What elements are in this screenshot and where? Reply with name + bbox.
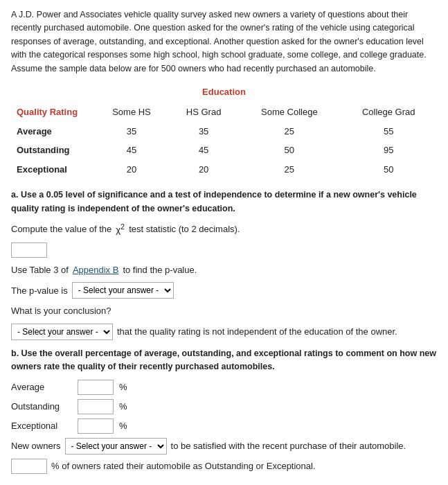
row-label: Exceptional <box>11 160 94 179</box>
what-conclusion-label: What is your conclusion? <box>11 306 111 316</box>
outstanding-exceptional-row: % of owners rated their automobile as Ou… <box>11 459 437 474</box>
percent-symbol: % <box>119 380 127 394</box>
new-owners-row: New owners - Select your answer -appeard… <box>11 438 437 455</box>
part-a-instruction: a. Use a 0.05 level of significance and … <box>11 188 437 215</box>
chi-statistic-input[interactable] <box>11 242 47 258</box>
row-collegegrad: 50 <box>340 160 437 179</box>
percent-label: Exceptional <box>11 419 72 433</box>
col-header-quality: Quality Rating <box>11 103 94 122</box>
row-somecollege: 50 <box>238 141 340 160</box>
col-header-somehs: Some HS <box>94 103 169 122</box>
data-table-section: Education Quality Rating Some HS HS Grad… <box>11 85 437 179</box>
percent-input-exceptional[interactable] <box>78 418 114 434</box>
row-label: Average <box>11 122 94 141</box>
conclusion-select[interactable]: - Select your answer -ConcludeDo not con… <box>11 324 113 340</box>
percent-symbol: % <box>119 419 127 433</box>
conclusion-row: - Select your answer -ConcludeDo not con… <box>11 324 437 340</box>
percent-input-average[interactable] <box>78 380 114 395</box>
percent-row: Outstanding % <box>11 399 437 414</box>
pvalue-label: The p-value is <box>11 284 68 298</box>
row-hsgrad: 45 <box>169 141 238 160</box>
outstanding-exceptional-input[interactable] <box>11 459 47 474</box>
new-owners-suffix: to be satisfied with the recent purchase… <box>171 439 406 453</box>
compute-suffix: test statistic (to 2 decimals). <box>129 222 240 236</box>
row-hsgrad: 20 <box>169 160 238 179</box>
table3-suffix: to find the p-value. <box>123 263 197 277</box>
row-label: Outstanding <box>11 141 94 160</box>
table3-text: Use Table 3 of <box>11 263 69 277</box>
education-table: Quality Rating Some HS HS Grad Some Coll… <box>11 103 437 179</box>
percent-label: Outstanding <box>11 400 72 414</box>
row-collegegrad: 95 <box>340 141 437 160</box>
table-title: Education <box>11 85 437 99</box>
pvalue-row: The p-value is - Select your answer -les… <box>11 282 437 299</box>
table3-row: Use Table 3 of Appendix B to find the p-… <box>11 263 437 277</box>
intro-paragraph: A J.D. Power and Associates vehicle qual… <box>11 8 437 76</box>
table-row: Exceptional 20 20 25 50 <box>11 160 437 179</box>
percent-label: Average <box>11 380 72 394</box>
conclusion-suffix: that the quality rating is not independe… <box>117 325 397 339</box>
col-header-hsgrad: HS Grad <box>169 103 238 122</box>
col-header-somecollege: Some College <box>238 103 340 122</box>
pvalue-select[interactable]: - Select your answer -less than .005betw… <box>72 282 174 299</box>
row-somecollege: 25 <box>238 122 340 141</box>
percent-row: Exceptional % <box>11 418 437 434</box>
percent-rows: Average % Outstanding % Exceptional % <box>11 380 437 434</box>
appendix-link[interactable]: Appendix B <box>73 263 119 277</box>
compute-prefix: Compute the value of the <box>11 222 111 236</box>
row-somecollege: 25 <box>238 160 340 179</box>
percent-symbol: % <box>119 400 127 414</box>
percent-input-outstanding[interactable] <box>78 399 114 414</box>
row-collegegrad: 55 <box>340 122 437 141</box>
row-somehs: 35 <box>94 122 169 141</box>
table-row: Outstanding 45 45 50 95 <box>11 141 437 160</box>
row-somehs: 45 <box>94 141 169 160</box>
outstanding-exceptional-suffix: % of owners rated their automobile as Ou… <box>51 459 316 473</box>
chi-symbol: χ2 <box>116 221 125 237</box>
row-hsgrad: 35 <box>169 122 238 141</box>
row-somehs: 20 <box>94 160 169 179</box>
col-header-collegegrad: College Grad <box>340 103 437 122</box>
new-owners-select[interactable]: - Select your answer -appeardo not appea… <box>65 438 167 455</box>
chi-compute-row: Compute the value of the χ2 test statist… <box>11 221 437 237</box>
part-b-instruction: b. Use the overall percentage of average… <box>11 347 437 374</box>
new-owners-label: New owners <box>11 439 61 453</box>
table-row: Average 35 35 25 55 <box>11 122 437 141</box>
percent-row: Average % <box>11 380 437 395</box>
